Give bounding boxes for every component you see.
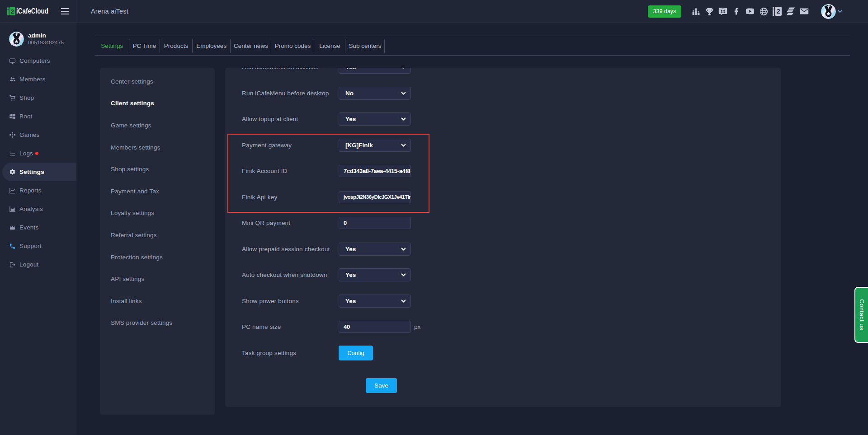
sidebar-item-boot[interactable]: Boot bbox=[0, 107, 76, 126]
line-chart-icon bbox=[9, 187, 16, 194]
crown-icon bbox=[9, 224, 16, 231]
icafecloud-mark-icon[interactable]: 2 bbox=[772, 6, 782, 16]
tab-settings[interactable]: Settings bbox=[95, 36, 129, 55]
field-label: Finik Account ID bbox=[242, 168, 339, 174]
mini-qr-payment-input[interactable] bbox=[339, 217, 411, 229]
profile-block: admin 005193482475 bbox=[9, 32, 64, 47]
user-avatar[interactable] bbox=[821, 4, 836, 19]
settings-nav-install-links[interactable]: Install links bbox=[100, 290, 215, 312]
logs-alert-dot bbox=[35, 152, 38, 155]
windows-icon bbox=[9, 113, 16, 120]
tab-sub-centers[interactable]: Sub centers bbox=[345, 36, 385, 55]
discord-icon[interactable] bbox=[718, 6, 728, 16]
sidebar-item-reports[interactable]: Reports bbox=[0, 181, 76, 200]
payment-gateway-select[interactable]: [KG]Finik bbox=[339, 139, 411, 152]
settings-nav-payment-and-tax[interactable]: Payment and Tax bbox=[100, 180, 215, 202]
people-icon bbox=[9, 76, 16, 83]
gear-icon bbox=[9, 168, 16, 176]
page-title: Arena aiTest bbox=[91, 0, 128, 23]
brand-name: iCafeCloud bbox=[16, 0, 48, 22]
finik-api-key-input[interactable] bbox=[339, 191, 411, 203]
youtube-icon[interactable] bbox=[745, 6, 755, 16]
field-label: Allow topup at client bbox=[242, 116, 339, 122]
field-label: Auto checkout when shutdown bbox=[242, 271, 339, 278]
gs-logo-icon[interactable] bbox=[786, 6, 796, 16]
sidebar-item-games[interactable]: Games bbox=[0, 126, 76, 144]
save-button[interactable]: Save bbox=[366, 378, 397, 393]
settings-nav-protection-settings[interactable]: Protection settings bbox=[100, 246, 215, 268]
sidebar-item-computers[interactable]: Computers bbox=[0, 51, 76, 70]
chevron-down-icon[interactable] bbox=[837, 9, 843, 13]
field-label: Run iCafeMenu on diskless bbox=[242, 68, 339, 70]
tab-center-news[interactable]: Center news bbox=[231, 36, 271, 55]
profile-name: admin bbox=[28, 32, 64, 39]
cart-icon bbox=[9, 94, 16, 102]
auto-checkout-when-shutdown-select[interactable]: Yes bbox=[339, 268, 411, 281]
sidebar-item-members[interactable]: Members bbox=[0, 70, 76, 89]
sidebar-item-events[interactable]: Events bbox=[0, 218, 76, 237]
settings-nav-loyalty-settings[interactable]: Loyalty settings bbox=[100, 202, 215, 225]
show-power-buttons-select[interactable]: Yes bbox=[339, 295, 411, 308]
globe-icon[interactable] bbox=[759, 6, 769, 16]
sidebar-item-settings[interactable]: Settings bbox=[2, 163, 76, 181]
task-group-config-button[interactable]: Config bbox=[339, 346, 373, 360]
run-icafemenu-before-desktop-select[interactable]: No bbox=[339, 87, 411, 100]
tab-promo-codes[interactable]: Promo codes bbox=[271, 36, 314, 55]
contact-us-tab[interactable]: Contact us bbox=[854, 287, 868, 343]
tab-license[interactable]: License bbox=[314, 36, 345, 55]
finik-account-id-input[interactable] bbox=[339, 165, 411, 177]
license-days-button[interactable]: 339 days bbox=[648, 5, 681, 18]
settings-nav-game-settings[interactable]: Game settings bbox=[100, 114, 215, 136]
field-label: Finik Api key bbox=[242, 194, 339, 201]
sidebar-item-shop[interactable]: Shop bbox=[0, 89, 76, 107]
ranking-icon[interactable] bbox=[691, 6, 701, 16]
field-label: Mini QR payment bbox=[242, 220, 339, 226]
run-icafemenu-on-diskless-select[interactable]: Yes bbox=[339, 68, 411, 74]
gamepad-icon bbox=[9, 131, 16, 139]
settings-nav-referral-settings[interactable]: Referral settings bbox=[100, 224, 215, 246]
sidebar-item-analysis[interactable]: Analysis bbox=[0, 200, 76, 218]
topbar: 2 iCafeCloud Arena aiTest 339 days bbox=[0, 0, 868, 23]
sidebar: admin 005193482475 Computers Members bbox=[0, 23, 76, 435]
svg-text:2: 2 bbox=[777, 8, 780, 15]
tab-employees[interactable]: Employees bbox=[193, 36, 231, 55]
tabbar: Settings PC Time Products Employees Cent… bbox=[95, 36, 850, 56]
client-settings-form: Run iCafeMenu on diskless Yes Run iCafeM… bbox=[225, 68, 781, 407]
mail-icon[interactable] bbox=[799, 6, 809, 16]
allow-topup-at-client-select[interactable]: Yes bbox=[339, 112, 411, 126]
field-label: Payment gateway bbox=[242, 142, 339, 149]
settings-nav-sms-provider-settings[interactable]: SMS provider settings bbox=[100, 312, 215, 334]
field-label: Run iCafeMenu before desktop bbox=[242, 90, 339, 97]
settings-nav-members-settings[interactable]: Members settings bbox=[100, 136, 215, 159]
profile-id: 005193482475 bbox=[28, 39, 64, 46]
settings-nav-shop-settings[interactable]: Shop settings bbox=[100, 158, 215, 180]
tab-products[interactable]: Products bbox=[160, 36, 193, 55]
logout-icon bbox=[9, 261, 16, 268]
settings-nav-center-settings[interactable]: Center settings bbox=[100, 70, 215, 93]
chevron-down-icon bbox=[401, 117, 406, 121]
px-suffix: px bbox=[414, 323, 420, 330]
settings-nav-api-settings[interactable]: API settings bbox=[100, 268, 215, 290]
pc-name-size-input[interactable] bbox=[339, 321, 411, 333]
allow-prepaid-session-checkout-select[interactable]: Yes bbox=[339, 243, 411, 256]
hamburger-menu-icon[interactable] bbox=[61, 8, 69, 14]
sidebar-item-support[interactable]: Support bbox=[0, 237, 76, 255]
phone-icon bbox=[9, 243, 16, 250]
profile-avatar[interactable] bbox=[9, 32, 24, 47]
sidebar-item-logout[interactable]: Logout bbox=[0, 255, 76, 274]
chevron-down-icon bbox=[401, 248, 406, 251]
chevron-down-icon bbox=[401, 68, 406, 69]
field-label: Task group settings bbox=[242, 350, 339, 356]
tab-pc-time[interactable]: PC Time bbox=[129, 36, 160, 55]
topbar-actions: 339 days bbox=[648, 0, 868, 23]
settings-nav-client-settings[interactable]: Client settings bbox=[100, 93, 215, 115]
trophy-icon[interactable] bbox=[704, 6, 714, 16]
facebook-icon[interactable] bbox=[731, 6, 741, 16]
chevron-down-icon bbox=[401, 299, 406, 303]
sidebar-item-logs[interactable]: Logs bbox=[0, 144, 76, 163]
chevron-down-icon bbox=[401, 144, 406, 147]
chevron-down-icon bbox=[401, 273, 406, 276]
topbar-icon-row: 2 bbox=[691, 6, 809, 16]
field-label: PC name size bbox=[242, 323, 339, 330]
sidebar-nav: Computers Members Shop bbox=[0, 51, 76, 274]
